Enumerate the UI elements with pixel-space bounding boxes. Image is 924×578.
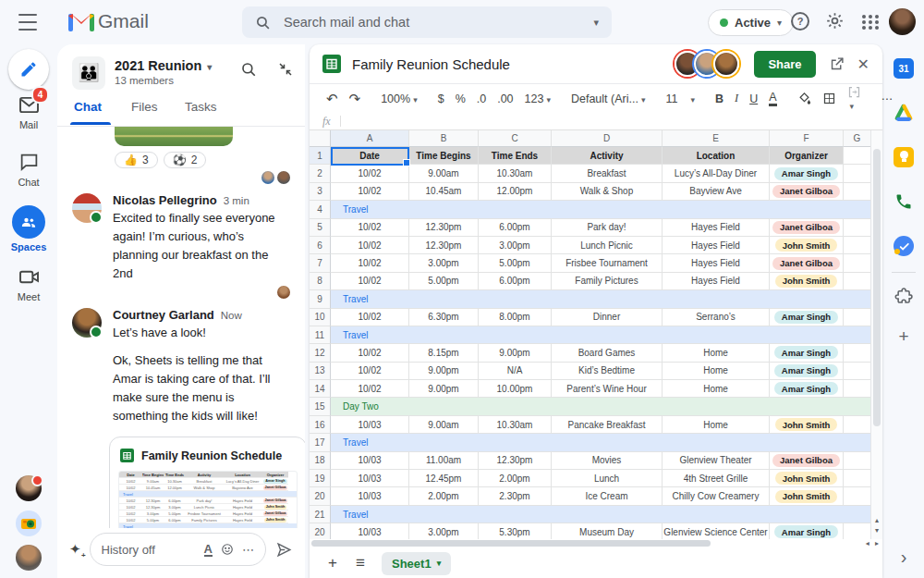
- sheet-cell[interactable]: 10/02: [331, 363, 409, 380]
- search-options-caret-icon[interactable]: ▾: [593, 17, 599, 29]
- horizontal-scroll-thumb[interactable]: [311, 540, 711, 547]
- sheet-cell[interactable]: 6.30pm: [409, 309, 479, 326]
- sheet-cell[interactable]: 9.00pm: [479, 344, 552, 362]
- sheet-cell[interactable]: [844, 487, 871, 505]
- sheet-cell[interactable]: 5.00pm: [479, 254, 552, 272]
- sheet-cell[interactable]: Travel: [331, 201, 871, 218]
- sheet-cell[interactable]: Hayes Field: [663, 273, 770, 290]
- more-options-icon[interactable]: ⋯: [242, 543, 254, 557]
- sheet-cell[interactable]: G: [844, 130, 871, 147]
- sheet-cell[interactable]: [844, 416, 871, 434]
- sheet-cell[interactable]: 15: [310, 398, 331, 415]
- document-title[interactable]: Family Reunion Schedule: [352, 56, 510, 72]
- space-title[interactable]: 2021 Reunion▾: [115, 58, 212, 73]
- sheet-cell[interactable]: Movies: [552, 452, 663, 470]
- collaborator-avatar[interactable]: [713, 51, 739, 77]
- sheet-cell[interactable]: 9.00am: [409, 416, 479, 434]
- sheet-cell[interactable]: [844, 254, 871, 272]
- sheet-cell[interactable]: Janet Gilboa: [770, 219, 844, 237]
- sheet-cell[interactable]: 8.00pm: [479, 309, 552, 326]
- merge-cells-button[interactable]: ▾: [847, 85, 861, 112]
- bold-button[interactable]: B: [715, 92, 723, 105]
- sheet-cell[interactable]: 12.00pm: [479, 183, 552, 201]
- sheet-cell[interactable]: 4: [310, 201, 331, 218]
- space-search-button[interactable]: [240, 61, 259, 80]
- hide-side-panel-button[interactable]: ›: [893, 546, 915, 568]
- sheet-cell[interactable]: 10/03: [331, 470, 409, 487]
- sheet-cell[interactable]: Organizer: [770, 147, 844, 165]
- sheet-cell[interactable]: 10.00pm: [479, 380, 552, 398]
- format-percent-button[interactable]: %: [456, 92, 466, 105]
- sheet-cell[interactable]: [844, 452, 871, 470]
- add-sheet-button[interactable]: +: [321, 554, 345, 572]
- sheet-cell[interactable]: Frisbee Tournament: [552, 254, 663, 272]
- sheet-cell[interactable]: 11: [310, 326, 331, 344]
- sheet-cell[interactable]: [844, 165, 871, 182]
- sheet-cell[interactable]: [844, 273, 871, 290]
- sheet-cell[interactable]: 10.30am: [479, 416, 552, 434]
- sheet-cell[interactable]: Home: [663, 363, 770, 380]
- sheet-cell[interactable]: 19: [310, 470, 331, 487]
- sender-avatar[interactable]: [72, 193, 102, 223]
- sheet-cell[interactable]: A: [331, 130, 409, 147]
- sheet-cell[interactable]: Amar Singh: [770, 309, 844, 326]
- sheet-cell[interactable]: Time Begins: [409, 147, 479, 165]
- sheet-cell[interactable]: F: [770, 130, 844, 147]
- open-in-new-button[interactable]: [829, 56, 845, 72]
- sheet-cell[interactable]: 7: [310, 254, 331, 272]
- sheet-cell[interactable]: Kid’s Bedtime: [552, 363, 663, 380]
- sheet-cell[interactable]: 5: [310, 219, 331, 237]
- main-menu-icon[interactable]: [18, 14, 37, 31]
- sheet-cell[interactable]: John Smith: [770, 237, 844, 254]
- horizontal-scrollbar[interactable]: ◂ ▸: [310, 539, 882, 548]
- search-input[interactable]: Search mail and chat ▾: [242, 6, 612, 38]
- sheet-cell[interactable]: Amar Singh: [770, 165, 844, 182]
- status-selector[interactable]: Active ▾: [708, 9, 794, 36]
- sidebar-item-chat[interactable]: Chat: [0, 150, 57, 188]
- sheet-tab-sheet1[interactable]: Sheet1▾: [382, 552, 451, 575]
- sheet-cell[interactable]: 10/02: [331, 309, 409, 326]
- keep-button[interactable]: [893, 146, 915, 168]
- sheet-cell[interactable]: Home: [663, 416, 770, 434]
- sheet-cell[interactable]: 3.00pm: [479, 237, 552, 254]
- decrease-decimal-button[interactable]: .0: [477, 92, 486, 105]
- sheet-cell[interactable]: 10/02: [331, 183, 409, 201]
- sheet-cell[interactable]: 10/03: [331, 452, 409, 470]
- shortcut-avatar-2[interactable]: [16, 545, 42, 571]
- underline-button[interactable]: U: [749, 92, 758, 105]
- sheet-cell[interactable]: Travel: [331, 326, 871, 344]
- sheet-cell[interactable]: D: [552, 130, 663, 147]
- emoji-icon[interactable]: [221, 543, 234, 556]
- shortcut-avatar-1[interactable]: [16, 475, 42, 501]
- sheet-cell[interactable]: Board Games: [552, 344, 663, 362]
- sheet-cell[interactable]: Travel: [331, 434, 871, 451]
- collapse-panel-button[interactable]: [277, 61, 296, 80]
- sheet-cell[interactable]: 9: [310, 290, 331, 308]
- sheet-cell[interactable]: 10/03: [331, 487, 409, 505]
- account-avatar[interactable]: [889, 8, 916, 35]
- help-button[interactable]: ?: [791, 12, 811, 32]
- tab-tasks[interactable]: Tasks: [185, 100, 217, 114]
- sheet-cell[interactable]: 9.00am: [409, 165, 479, 182]
- sheet-cell[interactable]: Amar Singh: [770, 523, 844, 539]
- vertical-scroll-arrows[interactable]: ▴▾: [871, 515, 882, 535]
- shared-photo-thumbnail[interactable]: [115, 127, 233, 146]
- sheet-cell[interactable]: Amar Singh: [770, 344, 844, 362]
- sheet-cell[interactable]: 10/03: [331, 416, 409, 434]
- sheet-cell[interactable]: Amar Singh: [770, 363, 844, 380]
- sheet-cell[interactable]: 14: [310, 380, 331, 398]
- sheet-cell[interactable]: John Smith: [770, 273, 844, 290]
- sheet-cell[interactable]: 10/02: [331, 273, 409, 290]
- font-select[interactable]: Default (Ari...▾: [571, 92, 645, 105]
- sheet-cell[interactable]: [844, 219, 871, 237]
- sheet-cell[interactable]: 12.30pm: [409, 237, 479, 254]
- sheet-cell[interactable]: Date: [331, 147, 409, 165]
- sheet-cell[interactable]: 10.45am: [409, 183, 479, 201]
- sheet-cell[interactable]: 2.00pm: [409, 487, 479, 505]
- sheet-cell[interactable]: 10: [310, 309, 331, 326]
- sheet-cell[interactable]: Lucy’s All-Day Diner: [663, 165, 770, 182]
- sheet-cell[interactable]: Travel: [331, 290, 871, 308]
- zoom-select[interactable]: 100%▾: [381, 92, 418, 105]
- sheet-cell[interactable]: 12.30pm: [479, 452, 552, 470]
- sheet-cell[interactable]: 9.00pm: [409, 380, 479, 398]
